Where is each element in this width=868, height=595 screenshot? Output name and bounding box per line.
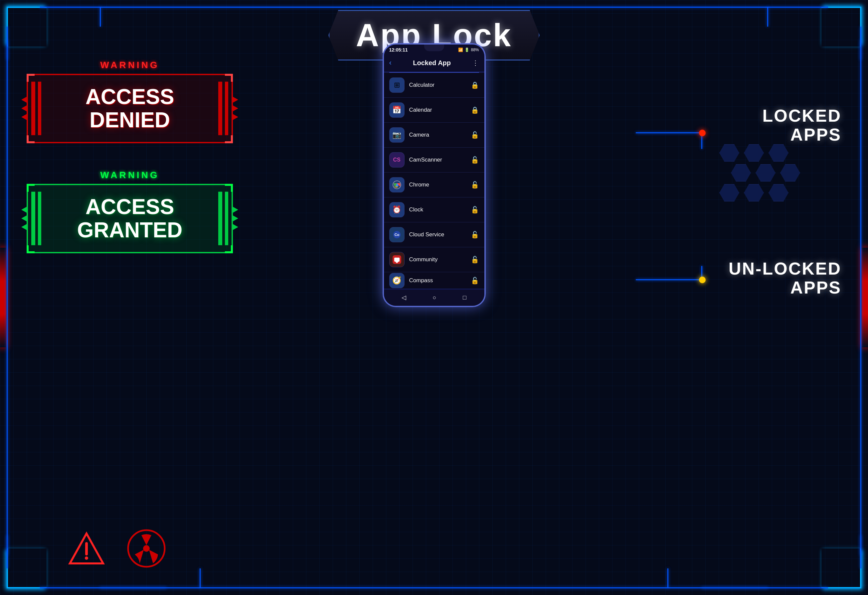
corner-tl bbox=[7, 7, 47, 47]
chrome-lock-icon[interactable]: 🔓 bbox=[471, 181, 479, 189]
hex-cell bbox=[719, 184, 739, 202]
left-edge-line-1 bbox=[7, 27, 7, 60]
top-line bbox=[40, 7, 828, 7]
list-item[interactable]: Chrome 🔓 bbox=[384, 172, 484, 197]
battery-percent: 88% bbox=[471, 47, 479, 52]
red-left-accent bbox=[0, 247, 6, 348]
denied-left-arrows bbox=[21, 96, 27, 120]
denied-frame: ACCESSDENIED bbox=[27, 74, 233, 143]
denied-corner-tr bbox=[225, 74, 233, 82]
hex-cell bbox=[780, 164, 800, 181]
granted-arrow-6 bbox=[232, 224, 238, 230]
hex-cell bbox=[769, 184, 788, 202]
calendar-label: Calendar bbox=[409, 107, 471, 113]
compass-icon: 🧭 bbox=[389, 273, 404, 288]
denied-right-arrows bbox=[232, 96, 238, 120]
cloud-service-lock-icon[interactable]: 🔓 bbox=[471, 231, 479, 239]
granted-text: ACCESSGRANTED bbox=[77, 195, 182, 242]
unlocked-indicator-dot bbox=[699, 277, 706, 283]
granted-arrow-1 bbox=[21, 206, 27, 213]
granted-arrow-3 bbox=[21, 224, 27, 230]
unlocked-apps-text: UN-LOCKEDAPPS bbox=[729, 259, 841, 297]
calculator-icon: ⊞ bbox=[389, 77, 404, 93]
radiation-icon bbox=[126, 529, 166, 568]
denied-corner-br bbox=[225, 135, 233, 143]
hex-cell bbox=[731, 164, 751, 181]
hex-cell bbox=[744, 184, 764, 202]
right-line bbox=[861, 40, 861, 555]
svg-text:Co: Co bbox=[394, 233, 399, 237]
nav-recent-button[interactable]: □ bbox=[463, 294, 466, 301]
denied-arrow-1 bbox=[21, 96, 27, 103]
wifi-icon: 📶 bbox=[458, 47, 463, 52]
phone-container: 12:05:11 📶 🔋 88% ‹ Locked App ⋮ ⊞ Calcul… bbox=[382, 43, 486, 307]
back-button[interactable]: ‹ bbox=[389, 59, 391, 67]
left-line bbox=[7, 40, 7, 555]
camera-label: Camera bbox=[409, 132, 471, 138]
battery-icon: 🔋 bbox=[465, 47, 469, 52]
denied-text: ACCESSDENIED bbox=[86, 85, 174, 132]
hex-cell bbox=[719, 144, 739, 162]
locked-apps-label-container: LOCKEDAPPS bbox=[762, 106, 841, 144]
hex-cell bbox=[756, 164, 775, 181]
locked-indicator-dot bbox=[699, 130, 706, 136]
list-item[interactable]: ⊞ Calculator 🔒 bbox=[384, 73, 484, 98]
denied-corner-tl bbox=[27, 74, 35, 82]
svg-point-2 bbox=[85, 557, 88, 560]
hex-cell bbox=[744, 144, 764, 162]
list-item[interactable]: Co Cloud Service 🔓 bbox=[384, 222, 484, 247]
granted-frame: ACCESSGRANTED bbox=[27, 184, 233, 253]
more-options-button[interactable]: ⋮ bbox=[472, 59, 479, 67]
camscanner-label: CamScanner bbox=[409, 156, 471, 163]
calculator-lock-icon[interactable]: 🔒 bbox=[471, 81, 479, 89]
app-header: ‹ Locked App ⋮ bbox=[384, 54, 484, 72]
bottom-nav: ◁ ○ □ bbox=[384, 289, 484, 306]
red-right-accent bbox=[862, 247, 868, 348]
list-item[interactable]: 📷 Camera 🔓 bbox=[384, 123, 484, 147]
camera-lock-icon[interactable]: 🔓 bbox=[471, 131, 479, 139]
denied-arrow-5 bbox=[232, 105, 238, 112]
community-lock-icon[interactable]: 🔓 bbox=[471, 256, 479, 264]
phone-frame: 12:05:11 📶 🔋 88% ‹ Locked App ⋮ ⊞ Calcul… bbox=[382, 43, 486, 307]
top-notch-right bbox=[767, 7, 768, 27]
denied-arrow-2 bbox=[21, 105, 27, 112]
corner-br bbox=[821, 548, 861, 588]
granted-corner-bl bbox=[27, 245, 35, 253]
compass-label: Compass bbox=[409, 277, 471, 284]
clock-label: Clock bbox=[409, 206, 471, 213]
nav-back-button[interactable]: ◁ bbox=[402, 294, 406, 301]
granted-left-arrows bbox=[21, 206, 27, 230]
granted-arrow-2 bbox=[21, 215, 27, 222]
top-notch-left bbox=[100, 7, 101, 27]
svg-point-4 bbox=[143, 545, 150, 552]
list-item[interactable]: CS CamScanner 🔓 bbox=[384, 147, 484, 172]
calendar-lock-icon[interactable]: 🔒 bbox=[471, 106, 479, 114]
list-item[interactable]: 📅 Calendar 🔒 bbox=[384, 98, 484, 123]
hex-decoration bbox=[718, 143, 802, 203]
granted-corner-br bbox=[225, 245, 233, 253]
compass-lock-icon[interactable]: 🔓 bbox=[471, 277, 479, 284]
granted-arrow-4 bbox=[232, 206, 238, 213]
left-edge-line-2 bbox=[7, 535, 7, 568]
warning-triangle-icon bbox=[66, 529, 106, 568]
app-list: ⊞ Calculator 🔒 📅 Calendar 🔒 📷 Camera 🔓 C… bbox=[384, 73, 484, 289]
nav-home-button[interactable]: ○ bbox=[433, 294, 437, 301]
list-item[interactable]: 🧭 Compass 🔓 bbox=[384, 272, 484, 289]
locked-apps-text: LOCKEDAPPS bbox=[762, 106, 841, 144]
list-item[interactable]: Community 🔓 bbox=[384, 247, 484, 272]
unlocked-connector-h bbox=[636, 279, 702, 280]
clock-lock-icon[interactable]: 🔓 bbox=[471, 206, 479, 214]
camscanner-lock-icon[interactable]: 🔓 bbox=[471, 156, 479, 164]
bottom-notch-right bbox=[667, 568, 669, 588]
list-item[interactable]: ⏰ Clock 🔓 bbox=[384, 197, 484, 222]
status-time: 12:05:11 bbox=[389, 47, 408, 53]
clock-icon: ⏰ bbox=[389, 202, 404, 217]
cloud-service-icon: Co bbox=[389, 227, 404, 242]
corner-bl bbox=[7, 548, 47, 588]
unlocked-apps-label-container: UN-LOCKEDAPPS bbox=[729, 259, 841, 297]
warning-label-denied: WARNING bbox=[27, 60, 233, 71]
calculator-label: Calculator bbox=[409, 82, 471, 88]
chrome-label: Chrome bbox=[409, 181, 471, 188]
calendar-icon: 📅 bbox=[389, 102, 404, 118]
granted-corner-tr bbox=[225, 184, 233, 192]
